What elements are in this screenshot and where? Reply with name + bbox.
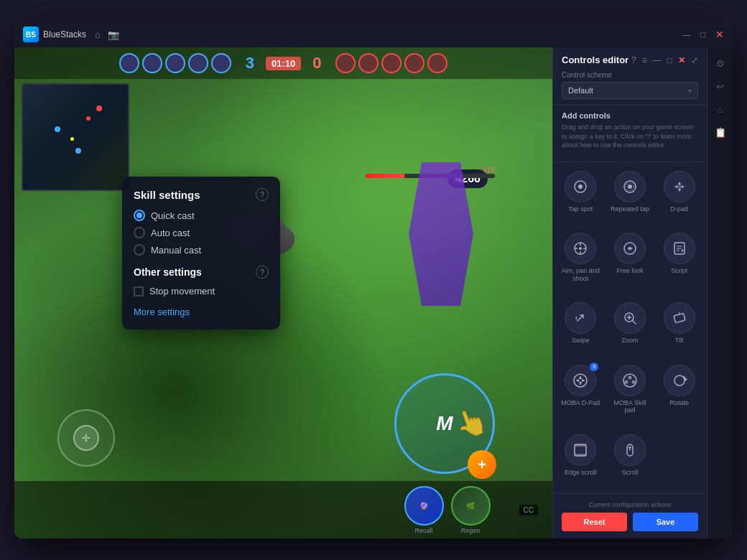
minimize-button[interactable]: — [682,30,690,39]
control-repeated-tap[interactable]: Repeated tap [606,165,655,227]
minimap [22,83,129,191]
manual-cast-radio[interactable] [134,244,145,256]
control-swipe[interactable]: Swipe [556,297,606,358]
dpad-label: D-pad [670,205,688,213]
moba-skillpad-icon [614,365,646,396]
add-controls-title: Add controls [562,111,698,120]
tap-spot-icon [565,171,596,202]
controls-close-icon[interactable]: ✕ [678,55,685,65]
stop-movement-checkbox[interactable] [134,286,144,297]
controls-expand-icon[interactable]: ⤢ [691,55,698,65]
skill-ring-letter: M [436,412,453,435]
repeated-tap-label: Repeated tap [611,205,649,213]
strip-layers-icon[interactable]: 📋 [710,122,730,142]
skill-settings-popup: Skill settings ? Quick cast Auto cast [122,177,280,330]
team-blue [119,53,231,73]
footer-label: Current configuration actions [562,501,698,508]
close-button[interactable]: ✕ [715,29,724,40]
svg-marker-31 [579,382,582,386]
svg-marker-32 [575,379,579,382]
control-aim-pan-shoot[interactable]: Aim, pan and shoot [556,227,606,297]
hud-score-red: 0 [312,54,321,73]
app-title: BlueStacks [43,29,86,39]
joystick[interactable]: ✛ [57,409,115,467]
skill-ring-plus-button[interactable]: + [468,450,496,479]
rotate-label: Rotate [669,399,689,407]
tilt-icon [664,302,695,334]
controls-menu-icon[interactable]: ≡ [642,55,647,65]
other-settings-title: Other settings [134,266,202,278]
scheme-select[interactable]: Default ▾ [562,82,698,99]
controls-maximize-icon[interactable]: □ [667,55,672,65]
zoom-icon [614,302,646,334]
stop-movement-option[interactable]: Stop movement [134,286,269,297]
avatar-4 [188,53,208,73]
recall-button[interactable]: 🔮 [404,486,444,526]
save-button[interactable]: Save [633,513,698,531]
free-look-label: Free look [616,267,644,275]
svg-rect-41 [575,454,586,456]
free-look-icon [614,233,646,264]
auto-cast-option[interactable]: Auto cast [134,227,269,238]
avatar-1 [119,53,139,73]
swipe-icon [565,302,596,334]
control-free-look[interactable]: Free look [606,227,655,297]
script-icon [664,233,695,264]
stop-movement-label: Stop movement [149,286,215,297]
avatar-r3 [381,53,402,73]
score-red: 0 [312,54,321,73]
svg-rect-40 [575,444,586,447]
svg-point-3 [628,185,632,189]
svg-marker-30 [579,375,582,379]
right-strip: ⚙ ↩ ⌂ 📋 [707,47,733,538]
avatar-r4 [404,53,424,73]
title-bar-icons: ⌂ 📷 [95,29,119,40]
popup-help-icon[interactable]: ? [256,188,269,201]
moba-dpad-label: MOBA D-Pad [561,399,600,407]
controls-help-icon[interactable]: ? [631,55,636,65]
other-help-icon[interactable]: ? [256,266,269,279]
svg-line-24 [632,321,636,325]
control-tap-spot[interactable]: Tap spot [556,165,606,227]
recall-skill: 🔮 Recall [404,486,444,534]
strip-home-icon[interactable]: ⌂ [710,99,730,119]
manual-cast-option[interactable]: Manual cast [134,244,269,256]
reset-button[interactable]: Reset [562,513,627,531]
control-moba-dpad[interactable]: 6 MOBA D-Pad [556,359,606,429]
joystick-outer: ✛ [57,409,115,467]
svg-point-37 [631,380,635,383]
control-tilt[interactable]: Tilt [654,297,704,358]
more-settings-link[interactable]: More settings [134,307,190,317]
title-bar-logo: BS BlueStacks [23,27,86,42]
zoom-label: Zoom [621,337,638,345]
quick-cast-option[interactable]: Quick cast [134,210,269,221]
svg-point-21 [628,247,631,250]
recall-label: Recall [415,527,433,534]
regen-button[interactable]: 🌿 [451,486,491,526]
control-moba-skillpad[interactable]: MOBA Skill pad [606,359,655,429]
control-dpad[interactable]: D-pad [654,165,704,227]
repeated-tap-icon [614,171,646,202]
game-bottom-bar: 🔮 Recall 🌿 Regen CC [14,481,552,538]
manual-cast-label: Manual cast [151,245,201,256]
maximize-button[interactable]: □ [700,30,705,39]
control-zoom[interactable]: Zoom [606,297,655,358]
edge-scroll-icon [565,434,596,466]
strip-back-icon[interactable]: ↩ [710,76,730,96]
svg-point-36 [624,380,628,383]
strip-settings-icon[interactable]: ⚙ [710,53,730,73]
camera-icon[interactable]: 📷 [108,29,119,40]
home-icon[interactable]: ⌂ [95,29,101,40]
cc-badge: CC [519,505,538,515]
health-bar-fill [366,174,404,178]
control-edge-scroll[interactable]: Edge scroll [556,429,606,490]
quick-cast-label: Quick cast [151,210,195,221]
controls-minimize-icon[interactable]: — [653,55,662,65]
joystick-inner: ✛ [73,425,99,451]
auto-cast-radio[interactable] [134,227,145,238]
control-scroll[interactable]: Scroll [606,429,655,490]
control-rotate[interactable]: Rotate [654,359,704,429]
bluestacks-logo: BS [23,27,39,42]
quick-cast-radio[interactable] [134,210,145,221]
control-script[interactable]: Script [654,227,704,297]
